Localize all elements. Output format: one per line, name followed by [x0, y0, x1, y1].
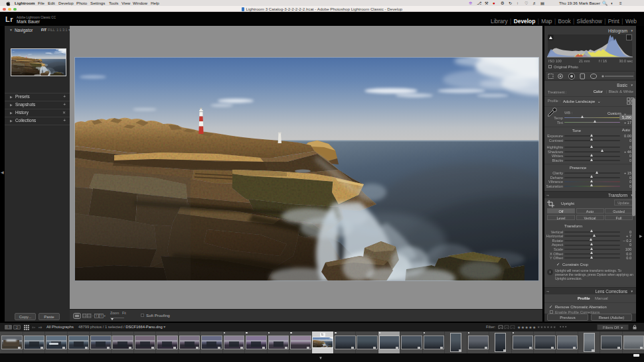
svg-text:Y: Y [95, 314, 98, 318]
svg-text:-: - [92, 314, 94, 318]
svg-text:Y: Y [100, 314, 102, 318]
svg-text:▾: ▾ [104, 314, 106, 318]
